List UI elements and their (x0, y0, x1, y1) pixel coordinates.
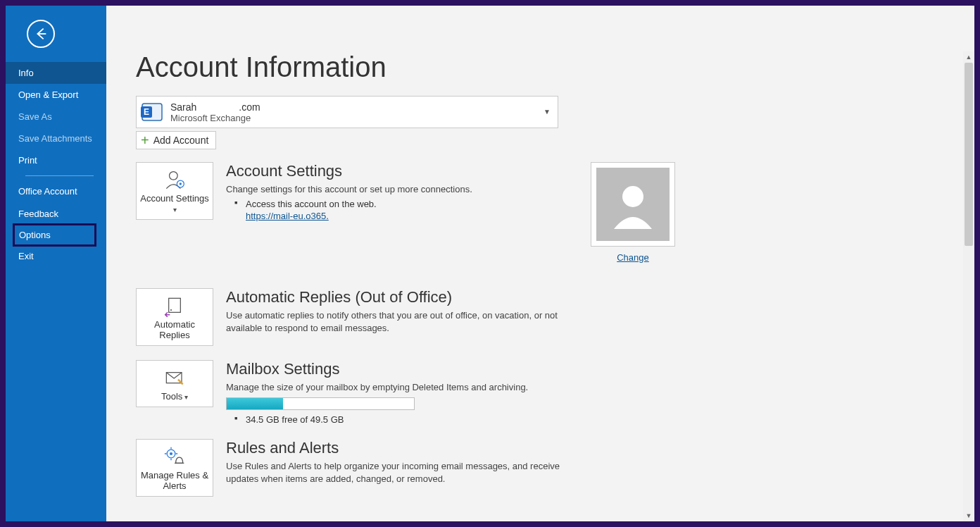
automatic-replies-tile[interactable]: Automatic Replies (136, 288, 213, 346)
tile-label: Tools (161, 392, 188, 402)
sidebar-label: Save As (18, 111, 52, 122)
section-desc: Change settings for this account or set … (226, 183, 564, 196)
sidebar-label: Exit (18, 251, 34, 261)
back-button[interactable] (27, 20, 55, 48)
account-selector[interactable]: E Sarah.com Microsoft Exchange ▼ (136, 96, 558, 128)
section-title: Rules and Alerts (226, 439, 564, 457)
account-type: Microsoft Exchange (170, 113, 551, 123)
account-domain: .com (239, 101, 260, 113)
mailbox-free-text: 34.5 GB free of 49.5 GB (226, 414, 564, 425)
auto-reply-icon (163, 296, 187, 317)
svg-point-18 (170, 172, 178, 180)
account-settings-tile[interactable]: Account Settings (136, 162, 213, 220)
section-desc: Use Rules and Alerts to help organize yo… (226, 460, 564, 485)
vertical-scrollbar[interactable]: ▲ ▼ (963, 51, 974, 521)
svg-point-23 (170, 309, 172, 311)
change-photo-link[interactable]: Change (617, 252, 649, 263)
sidebar-item-save-as: Save As (6, 106, 106, 128)
sidebar-item-print[interactable]: Print (6, 149, 106, 171)
sidebar-label: Info (18, 68, 34, 78)
manage-rules-tile[interactable]: Manage Rules & Alerts (136, 439, 213, 497)
person-gear-icon (163, 170, 187, 191)
tile-label: Automatic Replies (139, 320, 210, 341)
svg-point-26 (170, 452, 172, 455)
account-name: Sarah (170, 101, 196, 113)
mailbox-tools-icon (163, 368, 187, 389)
sidebar-item-info[interactable]: Info (6, 62, 106, 84)
scroll-thumb[interactable] (965, 63, 973, 246)
section-desc: Use automatic replies to notify others t… (226, 309, 564, 334)
section-desc: Manage the size of your mailbox by empty… (226, 381, 564, 394)
svg-point-21 (622, 186, 643, 207)
section-title: Automatic Replies (Out of Office) (226, 288, 564, 306)
section-title: Mailbox Settings (226, 360, 564, 378)
sidebar-item-office-account[interactable]: Office Account (6, 180, 106, 203)
sidebar-item-exit[interactable]: Exit (6, 245, 106, 267)
rules-alerts-icon (163, 447, 187, 468)
sidebar-item-save-attachments: Save Attachments (6, 128, 106, 149)
sidebar-label: Print (18, 155, 37, 166)
sidebar-label: Save Attachments (18, 133, 92, 144)
exchange-icon: E (139, 99, 165, 125)
tile-label: Manage Rules & Alerts (139, 471, 210, 492)
back-arrow-icon (33, 26, 49, 42)
plus-icon: + (141, 135, 149, 145)
add-account-button[interactable]: + Add Account (136, 131, 216, 149)
page-title: Account Information (136, 51, 935, 83)
sidebar-label: Office Account (18, 186, 77, 197)
profile-photo (591, 162, 675, 247)
sidebar-separator (25, 175, 94, 176)
avatar-placeholder-icon (608, 180, 658, 229)
scroll-down-icon[interactable]: ▼ (963, 510, 974, 521)
sidebar-item-feedback[interactable]: Feedback (6, 203, 106, 225)
sidebar-item-options[interactable]: Options (13, 223, 96, 247)
add-account-label: Add Account (153, 135, 209, 146)
web-access-link[interactable]: https://mail-eu.o365. (246, 211, 329, 221)
svg-text:E: E (144, 107, 149, 117)
mailbox-usage-bar (226, 397, 415, 410)
sidebar-label: Open & Export (18, 89, 78, 100)
dropdown-icon: ▼ (544, 108, 551, 116)
backstage-sidebar: Info Open & Export Save As Save Attachme… (6, 6, 106, 521)
bullet-text: Access this account on the web. (226, 199, 564, 209)
svg-point-20 (180, 182, 182, 185)
tools-tile[interactable]: Tools (136, 360, 213, 407)
section-title: Account Settings (226, 162, 564, 180)
main-content: Account Information E Sarah.com Microsof… (106, 6, 974, 521)
tile-label: Account Settings (139, 194, 210, 215)
sidebar-label: Options (19, 230, 51, 240)
sidebar-item-open-export[interactable]: Open & Export (6, 84, 106, 106)
scroll-up-icon[interactable]: ▲ (963, 51, 974, 63)
sidebar-label: Feedback (18, 209, 58, 219)
